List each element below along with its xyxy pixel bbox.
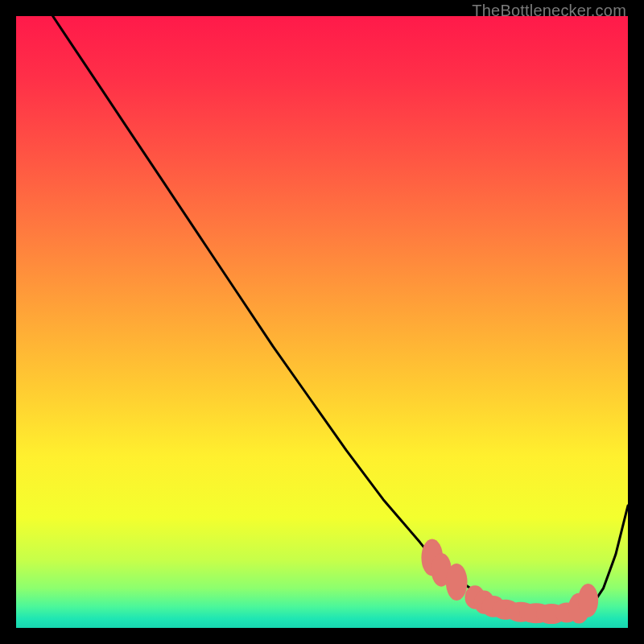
curve-marker	[578, 584, 598, 617]
chart-svg	[16, 16, 628, 628]
watermark-text: TheBottlenecker.com	[472, 2, 626, 20]
chart-frame	[16, 16, 628, 628]
gradient-background	[16, 16, 628, 628]
curve-marker	[446, 564, 468, 601]
